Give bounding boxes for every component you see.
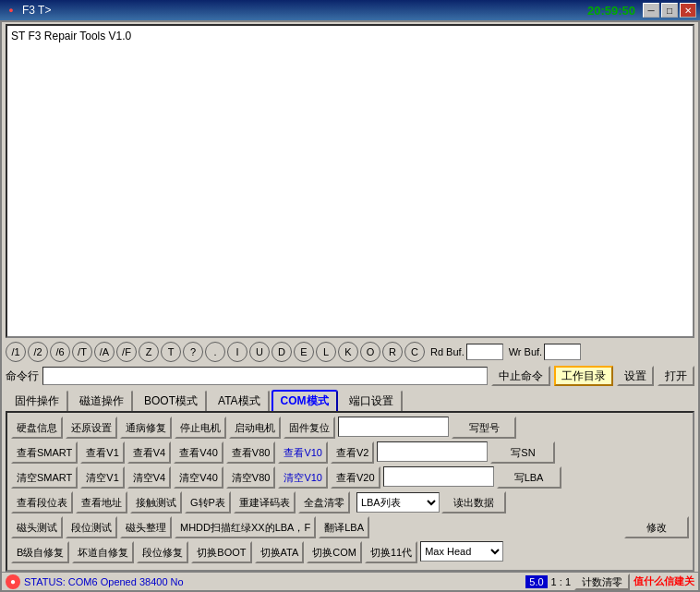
- circle-btn-R[interactable]: R: [382, 342, 403, 362]
- circle-btn-I[interactable]: I: [227, 342, 247, 362]
- circle-btn-D[interactable]: D: [272, 342, 292, 362]
- read-data-button[interactable]: 读出数据: [441, 491, 506, 513]
- circle-btn-O[interactable]: O: [360, 342, 380, 362]
- tab-port[interactable]: 端口设置: [340, 390, 403, 411]
- tab-ata[interactable]: ATA模式: [209, 390, 270, 411]
- stop-motor-button[interactable]: 停止电机: [175, 417, 226, 439]
- clear-v40-button[interactable]: 清空V40: [174, 466, 223, 489]
- write-lba-button[interactable]: 写LBA: [497, 466, 561, 489]
- clear-v80-button[interactable]: 清空V80: [226, 466, 276, 489]
- circle-btn-q[interactable]: ?: [183, 342, 203, 362]
- switch-11th-button[interactable]: 切换11代: [365, 541, 417, 563]
- circle-btn-2[interactable]: /2: [28, 342, 48, 362]
- maximize-button[interactable]: □: [661, 3, 678, 18]
- title-bar: ● F3 T> 20:59:50 ─ □ ✕: [0, 0, 700, 20]
- tab-track[interactable]: 磁道操作: [70, 390, 133, 411]
- tab-firmware[interactable]: 固件操作: [6, 390, 68, 411]
- circle-btn-U[interactable]: U: [249, 342, 270, 362]
- status-text: STATUS: COM6 Opened 38400 No: [24, 576, 522, 587]
- content-panel: 硬盘信息 还原设置 通病修复 停止电机 启动电机 固件复位 写型号 查看SMAR…: [6, 411, 694, 572]
- count-clear-button[interactable]: 计数清零: [574, 574, 630, 590]
- touch-test-button[interactable]: 接触测试: [130, 491, 182, 513]
- log-area[interactable]: ST F3 Repair Tools V1.0: [6, 24, 694, 338]
- error-code: 5.0: [525, 575, 547, 588]
- btn-row-1: 硬盘信息 还原设置 通病修复 停止电机 启动电机 固件复位 写型号: [11, 417, 689, 439]
- wr-buf-label: Wr Buf.: [509, 346, 542, 357]
- translate-lba-button[interactable]: 翻译LBA: [319, 516, 369, 538]
- segment-repair-button[interactable]: 段位修复: [137, 541, 188, 563]
- input-field-2[interactable]: [377, 441, 488, 462]
- full-clear-button[interactable]: 全盘清零: [298, 491, 350, 513]
- b-self-repair-button[interactable]: B级自修复: [11, 541, 69, 563]
- circle-btn-F[interactable]: /F: [116, 342, 137, 362]
- open-button[interactable]: 打开: [658, 366, 694, 386]
- restore-settings-button[interactable]: 还原设置: [66, 417, 117, 439]
- circle-btn-6[interactable]: /6: [50, 342, 70, 362]
- start-motor-button[interactable]: 启动电机: [229, 417, 281, 439]
- mhdd-scan-button[interactable]: MHDD扫描红绿XX的LBA，F: [175, 516, 316, 538]
- modify-button[interactable]: 修改: [624, 516, 689, 538]
- view-v80-button[interactable]: 查看V80: [226, 441, 276, 464]
- input-field-1[interactable]: [338, 417, 449, 437]
- common-repair-button[interactable]: 通病修复: [120, 417, 172, 439]
- cmd-row: 命令行 中止命令 工作目录 设置 打开: [2, 364, 698, 388]
- clear-smart-button[interactable]: 清空SMART: [11, 466, 78, 489]
- rebuild-decode-button[interactable]: 重建译码表: [234, 491, 296, 513]
- g-to-p-button[interactable]: G转P表: [185, 491, 231, 513]
- circle-btn-L[interactable]: L: [316, 342, 336, 362]
- clear-v1-button[interactable]: 清空V1: [80, 466, 124, 489]
- main-window: ST F3 Repair Tools V1.0 /1 /2 /6 /T /A /…: [0, 20, 700, 592]
- circle-btn-A[interactable]: /A: [94, 342, 115, 362]
- btn-row-4: 查看段位表 查看地址 接触测试 G转P表 重建译码表 全盘清零 LBA列表 读出…: [11, 491, 689, 513]
- input-field-3[interactable]: [383, 466, 494, 487]
- circle-btn-Z[interactable]: Z: [139, 342, 159, 362]
- app-icon: ●: [4, 3, 18, 18]
- close-button[interactable]: ✕: [680, 3, 696, 18]
- circle-btn-T[interactable]: /T: [72, 342, 92, 362]
- btn-row-5: 磁头测试 段位测试 磁头整理 MHDD扫描红绿XX的LBA，F 翻译LBA 修改: [11, 516, 689, 538]
- cmd-input[interactable]: [42, 367, 488, 385]
- view-v20-button[interactable]: 查看V20: [331, 466, 380, 489]
- circle-btn-dot[interactable]: .: [205, 342, 225, 362]
- circle-btn-C[interactable]: C: [404, 342, 425, 362]
- rd-buf-input[interactable]: [466, 344, 503, 360]
- view-v10-button[interactable]: 查看V10: [278, 441, 328, 464]
- view-smart-button[interactable]: 查看SMART: [11, 441, 78, 464]
- log-content: ST F3 Repair Tools V1.0: [11, 30, 689, 42]
- circle-btn-E[interactable]: E: [294, 342, 314, 362]
- circle-btn-T2[interactable]: T: [161, 342, 181, 362]
- position-text: 1 : 1: [551, 576, 571, 587]
- circle-btn-K[interactable]: K: [338, 342, 358, 362]
- write-sn-button[interactable]: 写SN: [490, 441, 555, 464]
- view-v2-button[interactable]: 查看V2: [331, 441, 374, 464]
- switch-com-button[interactable]: 切换COM: [307, 541, 362, 563]
- segment-test-button[interactable]: 段位测试: [66, 516, 117, 538]
- stop-cmd-button[interactable]: 中止命令: [491, 366, 550, 386]
- wr-buf-area: Wr Buf.: [509, 344, 581, 360]
- firmware-reset-button[interactable]: 固件复位: [284, 417, 335, 439]
- circle-btn-1[interactable]: /1: [6, 342, 26, 362]
- task-list-button[interactable]: 工作目录: [554, 366, 613, 386]
- view-v4-button[interactable]: 查看V4: [127, 441, 171, 464]
- wr-buf-input[interactable]: [544, 344, 581, 360]
- tab-boot[interactable]: BOOT模式: [135, 390, 207, 411]
- tab-com[interactable]: COM模式: [272, 390, 338, 411]
- view-address-button[interactable]: 查看地址: [76, 491, 127, 513]
- bad-sector-repair-button[interactable]: 坏道自修复: [72, 541, 134, 563]
- window-title: F3 T>: [22, 4, 580, 17]
- head-test-button[interactable]: 磁头测试: [11, 516, 63, 538]
- max-head-select[interactable]: Max Head: [420, 541, 503, 562]
- switch-ata-button[interactable]: 切换ATA: [255, 541, 305, 563]
- switch-boot-button[interactable]: 切换BOOT: [191, 541, 251, 563]
- view-segment-button[interactable]: 查看段位表: [11, 491, 73, 513]
- minimize-button[interactable]: ─: [643, 3, 659, 18]
- head-organize-button[interactable]: 磁头整理: [120, 516, 172, 538]
- write-model-button[interactable]: 写型号: [452, 417, 516, 439]
- view-v40-button[interactable]: 查看V40: [174, 441, 223, 464]
- settings-button[interactable]: 设置: [617, 366, 654, 386]
- clear-v4-button[interactable]: 清空V4: [127, 466, 171, 489]
- view-v1-button[interactable]: 查看V1: [80, 441, 124, 464]
- lba-list-select[interactable]: LBA列表: [356, 492, 440, 513]
- clear-v10-button[interactable]: 清空V10: [278, 466, 328, 489]
- hdd-info-button[interactable]: 硬盘信息: [11, 417, 63, 439]
